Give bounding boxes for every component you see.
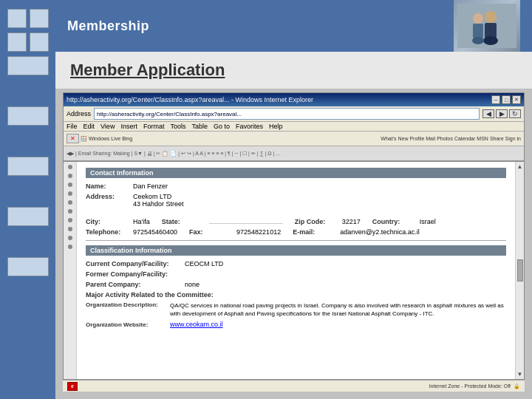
nav-dot: [68, 174, 72, 178]
address-label: Address: [66, 110, 91, 117]
org-website-row: Organization Website: www.ceokam.co.il: [86, 321, 506, 328]
sidebar-row-2: [7, 33, 49, 52]
page-title-area: Member Application: [55, 52, 532, 89]
org-desc-row: Organization Description: QA/QC services…: [86, 301, 506, 318]
sidebar-row-3: [7, 56, 49, 75]
city-label: City:: [86, 218, 130, 225]
zip-value: 32217: [342, 218, 361, 225]
sidebar-box[interactable]: [30, 9, 49, 28]
toolbar-share[interactable]: Share: [490, 136, 504, 141]
scroll-up-button[interactable]: ▲: [517, 163, 523, 170]
current-company-value: CEOCM LTD: [185, 260, 223, 267]
browser-wrapper: http://asheractivity.org/Center/ClassInf…: [55, 89, 532, 399]
country-value: Israel: [420, 218, 436, 225]
state-field[interactable]: [209, 214, 283, 224]
sidebar-box[interactable]: [7, 9, 27, 28]
menu-insert[interactable]: Insert: [120, 123, 137, 130]
nav-dot: [68, 236, 72, 240]
sidebar-box-wide[interactable]: [7, 207, 49, 226]
city-value: Ha'ifa: [133, 218, 150, 225]
name-row: Name: Dan Fenzer: [86, 183, 506, 190]
classification-section-header: Classification Information: [86, 245, 506, 256]
email-group: E-mail: adanven@y2.technica.ac.il: [293, 228, 420, 236]
name-label: Name:: [86, 183, 130, 190]
browser-refresh-button[interactable]: ↻: [509, 109, 521, 118]
svg-point-6: [472, 37, 484, 44]
scroll-down-button[interactable]: ▼: [517, 371, 523, 378]
browser-statusbar: e Internet Zone - Protected Mode: Off 🔒: [63, 380, 525, 392]
menu-edit[interactable]: Edit: [83, 123, 95, 130]
scroll-thumb[interactable]: [517, 259, 523, 282]
sidebar-row-1: [7, 9, 49, 28]
org-desc-label: Organization Description:: [86, 301, 167, 308]
country-label: Country:: [372, 218, 417, 225]
sidebar-box[interactable]: [30, 33, 49, 52]
toolbar-mail[interactable]: Mail: [426, 136, 435, 141]
nav-dot: [68, 218, 72, 222]
contact-details-row: Telephone: 972545460400 Fax: 97254822101…: [86, 228, 506, 236]
toolbar-bing[interactable]: Bing: [122, 136, 132, 141]
main-content: Membership Member Application http://ash…: [55, 0, 532, 399]
sidebar-box-wide[interactable]: [7, 157, 49, 176]
current-company-label: Current Company/Facility:: [86, 260, 182, 267]
email-label: E-mail:: [293, 228, 337, 236]
separator: [86, 240, 506, 241]
org-website-label: Organization Website:: [86, 321, 167, 328]
menu-help[interactable]: Help: [269, 123, 283, 130]
menu-file[interactable]: File: [66, 123, 78, 130]
status-lock-icon: 🔒: [514, 383, 520, 389]
major-activity-row: Major Activity Related to the Committee:: [86, 291, 506, 299]
browser-back-button[interactable]: ◀: [482, 109, 494, 118]
nav-dot: [68, 227, 72, 231]
formatting-toolbar: ◀▶ | Email Sharing: Making | S▼ | 🖨 | ✂ …: [64, 146, 524, 161]
sidebar-box-wide[interactable]: [7, 106, 49, 126]
org-desc-value: QA/QC services in national road paving p…: [170, 301, 506, 318]
toolbar-msn[interactable]: MSN: [477, 136, 488, 141]
sidebar-box[interactable]: [7, 33, 27, 52]
sidebar-row-6: [7, 207, 49, 226]
close-button[interactable]: ✕: [512, 95, 521, 104]
menu-favorites[interactable]: Favorites: [236, 123, 263, 130]
ie-logo: e: [67, 382, 78, 391]
country-group: Country: Israel: [372, 218, 436, 225]
browser-titlebar: http://asheractivity.org/Center/ClassInf…: [64, 93, 524, 106]
toolbar-signin[interactable]: Sign in: [505, 136, 521, 141]
telephone-group: Telephone: 972545460400: [86, 228, 177, 236]
menu-goto[interactable]: Go to: [214, 123, 230, 130]
status-text: Internet Zone - Protected Mode: Off: [429, 383, 511, 389]
nav-dot: [68, 245, 72, 249]
address-label: Address:: [86, 193, 130, 200]
window-controls: ─ □ ✕: [491, 95, 521, 104]
maximize-button[interactable]: □: [502, 95, 511, 104]
menu-view[interactable]: View: [100, 123, 115, 130]
zip-group: Zip Code: 32217: [295, 218, 361, 225]
toolbar-calendar[interactable]: Calendar: [454, 136, 475, 141]
sidebar-box-wide[interactable]: [7, 56, 49, 75]
scrollbar[interactable]: ▲ ▼: [515, 162, 524, 379]
contact-section-header: Contact Information: [86, 168, 506, 178]
toolbar-x-button[interactable]: ✕: [66, 134, 79, 143]
major-activity-label: Major Activity Related to the Committee:: [86, 291, 219, 299]
menu-table[interactable]: Table: [191, 123, 208, 130]
toolbar-whatsnew[interactable]: What's New: [381, 136, 408, 141]
parent-company-label: Parent Company:: [86, 281, 182, 288]
former-company-row: Former Company/Facility:: [86, 270, 506, 278]
address-row: Address: Ceekom LTD 43 Hahdor Street: [86, 193, 506, 208]
sidebar-row-7: [7, 257, 49, 276]
sidebar-box-wide[interactable]: [7, 257, 49, 276]
toolbar-photos[interactable]: Photos: [437, 136, 453, 141]
browser-forward-button[interactable]: ▶: [496, 109, 508, 118]
minimize-button[interactable]: ─: [491, 95, 500, 104]
zip-label: Zip Code:: [295, 218, 339, 225]
toolbar-windows-live[interactable]: 🪟 Windows Live: [81, 136, 120, 142]
menu-format[interactable]: Format: [143, 123, 165, 130]
address-input[interactable]: [94, 108, 480, 120]
browser-toolbar: ✕ 🪟 Windows Live Bing What's New Profile…: [64, 132, 524, 146]
status-right: Internet Zone - Protected Mode: Off 🔒: [429, 383, 520, 389]
former-company-label: Former Company/Facility:: [86, 270, 182, 278]
address-line2: 43 Hahdor Street: [133, 200, 184, 208]
parent-company-row: Parent Company: none: [86, 281, 506, 288]
menu-tools[interactable]: Tools: [170, 123, 185, 130]
svg-point-1: [485, 11, 497, 23]
toolbar-profile[interactable]: Profile: [409, 136, 424, 141]
